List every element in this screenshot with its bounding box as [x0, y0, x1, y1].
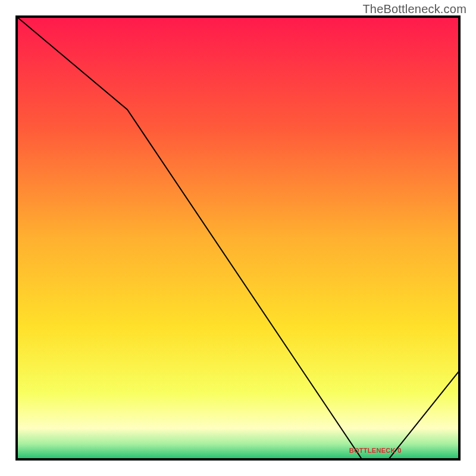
- plot-gradient-fill: [17, 17, 459, 459]
- bottleneck-chart: BOTTLENECK 0: [0, 0, 476, 476]
- bottleneck-zero-label: BOTTLENECK 0: [349, 447, 402, 454]
- chart-container: TheBottleneck.com BOTTLENECK 0: [0, 0, 476, 476]
